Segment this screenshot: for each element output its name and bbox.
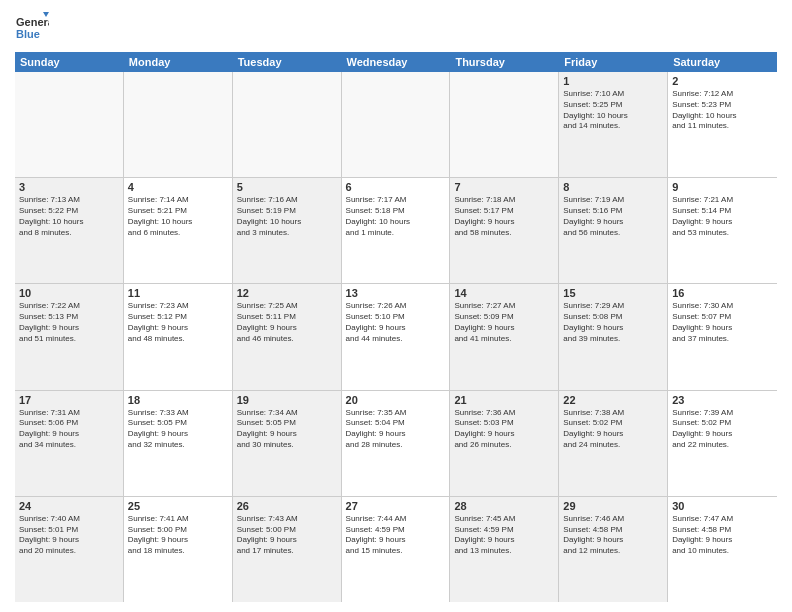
day-number: 16: [672, 287, 773, 299]
day-number: 30: [672, 500, 773, 512]
weekday-header-tuesday: Tuesday: [233, 52, 342, 72]
day-number: 3: [19, 181, 119, 193]
day-number: 1: [563, 75, 663, 87]
day-number: 15: [563, 287, 663, 299]
day-cell-28: 28Sunrise: 7:45 AM Sunset: 4:59 PM Dayli…: [450, 497, 559, 602]
calendar-row-4: 17Sunrise: 7:31 AM Sunset: 5:06 PM Dayli…: [15, 391, 777, 497]
day-cell-8: 8Sunrise: 7:19 AM Sunset: 5:16 PM Daylig…: [559, 178, 668, 283]
day-cell-24: 24Sunrise: 7:40 AM Sunset: 5:01 PM Dayli…: [15, 497, 124, 602]
day-info: Sunrise: 7:36 AM Sunset: 5:03 PM Dayligh…: [454, 408, 554, 451]
weekday-header-thursday: Thursday: [450, 52, 559, 72]
day-number: 25: [128, 500, 228, 512]
day-cell-10: 10Sunrise: 7:22 AM Sunset: 5:13 PM Dayli…: [15, 284, 124, 389]
day-info: Sunrise: 7:18 AM Sunset: 5:17 PM Dayligh…: [454, 195, 554, 238]
day-cell-12: 12Sunrise: 7:25 AM Sunset: 5:11 PM Dayli…: [233, 284, 342, 389]
day-info: Sunrise: 7:14 AM Sunset: 5:21 PM Dayligh…: [128, 195, 228, 238]
weekday-header-sunday: Sunday: [15, 52, 124, 72]
day-info: Sunrise: 7:19 AM Sunset: 5:16 PM Dayligh…: [563, 195, 663, 238]
day-cell-22: 22Sunrise: 7:38 AM Sunset: 5:02 PM Dayli…: [559, 391, 668, 496]
day-cell-7: 7Sunrise: 7:18 AM Sunset: 5:17 PM Daylig…: [450, 178, 559, 283]
day-number: 29: [563, 500, 663, 512]
weekday-header-friday: Friday: [559, 52, 668, 72]
day-cell-30: 30Sunrise: 7:47 AM Sunset: 4:58 PM Dayli…: [668, 497, 777, 602]
day-info: Sunrise: 7:44 AM Sunset: 4:59 PM Dayligh…: [346, 514, 446, 557]
day-number: 20: [346, 394, 446, 406]
day-info: Sunrise: 7:41 AM Sunset: 5:00 PM Dayligh…: [128, 514, 228, 557]
day-number: 27: [346, 500, 446, 512]
day-info: Sunrise: 7:34 AM Sunset: 5:05 PM Dayligh…: [237, 408, 337, 451]
day-info: Sunrise: 7:17 AM Sunset: 5:18 PM Dayligh…: [346, 195, 446, 238]
day-cell-4: 4Sunrise: 7:14 AM Sunset: 5:21 PM Daylig…: [124, 178, 233, 283]
day-info: Sunrise: 7:47 AM Sunset: 4:58 PM Dayligh…: [672, 514, 773, 557]
day-info: Sunrise: 7:31 AM Sunset: 5:06 PM Dayligh…: [19, 408, 119, 451]
day-number: 26: [237, 500, 337, 512]
calendar: SundayMondayTuesdayWednesdayThursdayFrid…: [15, 52, 777, 602]
day-cell-14: 14Sunrise: 7:27 AM Sunset: 5:09 PM Dayli…: [450, 284, 559, 389]
day-cell-16: 16Sunrise: 7:30 AM Sunset: 5:07 PM Dayli…: [668, 284, 777, 389]
day-number: 14: [454, 287, 554, 299]
day-info: Sunrise: 7:35 AM Sunset: 5:04 PM Dayligh…: [346, 408, 446, 451]
day-number: 23: [672, 394, 773, 406]
day-cell-9: 9Sunrise: 7:21 AM Sunset: 5:14 PM Daylig…: [668, 178, 777, 283]
day-number: 7: [454, 181, 554, 193]
svg-text:General: General: [16, 16, 49, 28]
day-number: 28: [454, 500, 554, 512]
day-info: Sunrise: 7:30 AM Sunset: 5:07 PM Dayligh…: [672, 301, 773, 344]
day-number: 10: [19, 287, 119, 299]
day-info: Sunrise: 7:43 AM Sunset: 5:00 PM Dayligh…: [237, 514, 337, 557]
day-cell-17: 17Sunrise: 7:31 AM Sunset: 5:06 PM Dayli…: [15, 391, 124, 496]
day-info: Sunrise: 7:38 AM Sunset: 5:02 PM Dayligh…: [563, 408, 663, 451]
day-cell-15: 15Sunrise: 7:29 AM Sunset: 5:08 PM Dayli…: [559, 284, 668, 389]
day-cell-2: 2Sunrise: 7:12 AM Sunset: 5:23 PM Daylig…: [668, 72, 777, 177]
day-info: Sunrise: 7:13 AM Sunset: 5:22 PM Dayligh…: [19, 195, 119, 238]
day-number: 4: [128, 181, 228, 193]
weekday-header-monday: Monday: [124, 52, 233, 72]
logo: General Blue: [15, 10, 49, 44]
day-info: Sunrise: 7:25 AM Sunset: 5:11 PM Dayligh…: [237, 301, 337, 344]
day-info: Sunrise: 7:33 AM Sunset: 5:05 PM Dayligh…: [128, 408, 228, 451]
empty-cell-r0c3: [342, 72, 451, 177]
calendar-row-3: 10Sunrise: 7:22 AM Sunset: 5:13 PM Dayli…: [15, 284, 777, 390]
day-info: Sunrise: 7:26 AM Sunset: 5:10 PM Dayligh…: [346, 301, 446, 344]
day-number: 5: [237, 181, 337, 193]
day-info: Sunrise: 7:46 AM Sunset: 4:58 PM Dayligh…: [563, 514, 663, 557]
day-cell-5: 5Sunrise: 7:16 AM Sunset: 5:19 PM Daylig…: [233, 178, 342, 283]
day-info: Sunrise: 7:40 AM Sunset: 5:01 PM Dayligh…: [19, 514, 119, 557]
calendar-row-1: 1Sunrise: 7:10 AM Sunset: 5:25 PM Daylig…: [15, 72, 777, 178]
day-number: 11: [128, 287, 228, 299]
empty-cell-r0c2: [233, 72, 342, 177]
day-cell-23: 23Sunrise: 7:39 AM Sunset: 5:02 PM Dayli…: [668, 391, 777, 496]
day-info: Sunrise: 7:39 AM Sunset: 5:02 PM Dayligh…: [672, 408, 773, 451]
day-cell-19: 19Sunrise: 7:34 AM Sunset: 5:05 PM Dayli…: [233, 391, 342, 496]
calendar-page: General Blue SundayMondayTuesdayWednesda…: [0, 0, 792, 612]
svg-text:Blue: Blue: [16, 28, 40, 40]
day-cell-1: 1Sunrise: 7:10 AM Sunset: 5:25 PM Daylig…: [559, 72, 668, 177]
day-number: 18: [128, 394, 228, 406]
day-info: Sunrise: 7:29 AM Sunset: 5:08 PM Dayligh…: [563, 301, 663, 344]
calendar-row-2: 3Sunrise: 7:13 AM Sunset: 5:22 PM Daylig…: [15, 178, 777, 284]
day-number: 21: [454, 394, 554, 406]
day-number: 19: [237, 394, 337, 406]
calendar-row-5: 24Sunrise: 7:40 AM Sunset: 5:01 PM Dayli…: [15, 497, 777, 602]
day-cell-11: 11Sunrise: 7:23 AM Sunset: 5:12 PM Dayli…: [124, 284, 233, 389]
calendar-body: 1Sunrise: 7:10 AM Sunset: 5:25 PM Daylig…: [15, 72, 777, 602]
day-number: 24: [19, 500, 119, 512]
day-info: Sunrise: 7:27 AM Sunset: 5:09 PM Dayligh…: [454, 301, 554, 344]
day-number: 13: [346, 287, 446, 299]
day-info: Sunrise: 7:16 AM Sunset: 5:19 PM Dayligh…: [237, 195, 337, 238]
day-info: Sunrise: 7:45 AM Sunset: 4:59 PM Dayligh…: [454, 514, 554, 557]
empty-cell-r0c4: [450, 72, 559, 177]
day-number: 6: [346, 181, 446, 193]
header: General Blue: [15, 10, 777, 44]
day-cell-18: 18Sunrise: 7:33 AM Sunset: 5:05 PM Dayli…: [124, 391, 233, 496]
day-number: 22: [563, 394, 663, 406]
day-info: Sunrise: 7:22 AM Sunset: 5:13 PM Dayligh…: [19, 301, 119, 344]
day-number: 12: [237, 287, 337, 299]
day-cell-13: 13Sunrise: 7:26 AM Sunset: 5:10 PM Dayli…: [342, 284, 451, 389]
day-cell-25: 25Sunrise: 7:41 AM Sunset: 5:00 PM Dayli…: [124, 497, 233, 602]
day-info: Sunrise: 7:21 AM Sunset: 5:14 PM Dayligh…: [672, 195, 773, 238]
empty-cell-r0c1: [124, 72, 233, 177]
day-number: 17: [19, 394, 119, 406]
day-cell-20: 20Sunrise: 7:35 AM Sunset: 5:04 PM Dayli…: [342, 391, 451, 496]
day-cell-6: 6Sunrise: 7:17 AM Sunset: 5:18 PM Daylig…: [342, 178, 451, 283]
